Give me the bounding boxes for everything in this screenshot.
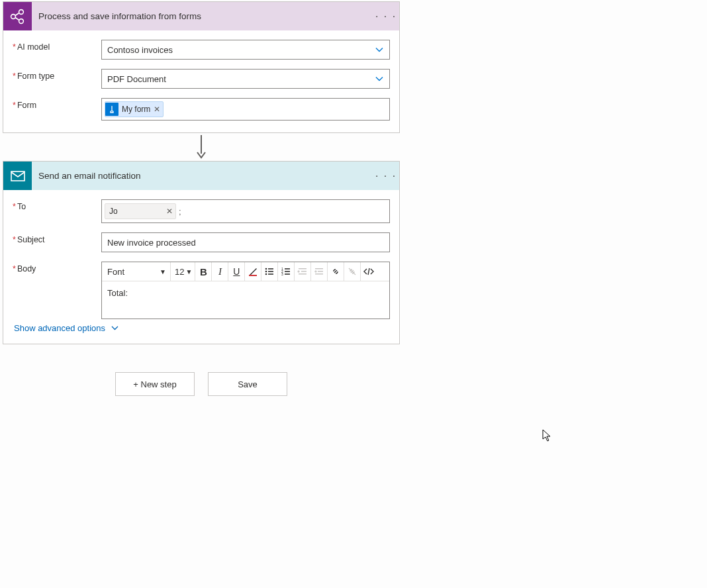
form-type-value: PDF Document bbox=[107, 74, 166, 84]
flow-connector bbox=[3, 133, 400, 161]
chevron-down-icon bbox=[111, 324, 119, 332]
svg-rect-15 bbox=[285, 268, 290, 270]
svg-rect-20 bbox=[299, 268, 306, 270]
ai-model-value: Contoso invoices bbox=[107, 45, 173, 55]
save-button[interactable]: Save bbox=[208, 372, 287, 396]
svg-rect-17 bbox=[285, 271, 290, 272]
svg-rect-22 bbox=[299, 273, 306, 275]
rte-toolbar: Font▼ 12▼ B I U bbox=[102, 262, 389, 281]
svg-rect-25 bbox=[315, 273, 323, 275]
svg-point-12 bbox=[265, 273, 267, 275]
form-input[interactable]: My form ✕ bbox=[101, 98, 390, 121]
chevron-down-icon bbox=[375, 45, 384, 54]
card-title: Process and save information from forms bbox=[32, 11, 373, 21]
body-editor: Font▼ 12▼ B I U bbox=[101, 262, 390, 319]
new-step-button[interactable]: + New step bbox=[115, 372, 195, 396]
svg-rect-21 bbox=[301, 271, 306, 272]
rte-bullets-button[interactable] bbox=[261, 262, 278, 281]
form-type-select[interactable]: PDF Document bbox=[101, 69, 390, 89]
footer-buttons: + New step Save bbox=[3, 372, 400, 396]
svg-rect-7 bbox=[249, 275, 257, 276]
rte-size-select[interactable]: 12▼ bbox=[171, 262, 195, 281]
svg-rect-6 bbox=[11, 172, 24, 181]
body-textarea[interactable]: Total: bbox=[102, 281, 389, 318]
svg-point-10 bbox=[265, 271, 267, 273]
label-form: *Form bbox=[13, 98, 101, 110]
svg-rect-23 bbox=[315, 268, 323, 270]
form-token[interactable]: My form ✕ bbox=[105, 101, 164, 117]
rte-outdent-button[interactable] bbox=[295, 262, 311, 281]
rte-font-select[interactable]: Font▼ bbox=[102, 262, 171, 281]
label-ai-model: *AI model bbox=[13, 40, 101, 52]
card-title: Send an email notification bbox=[32, 171, 373, 181]
rte-numbers-button[interactable]: 123 bbox=[278, 262, 295, 281]
svg-rect-13 bbox=[268, 273, 273, 275]
form-token-label: My form bbox=[122, 105, 150, 114]
rte-unlink-button[interactable] bbox=[344, 262, 361, 281]
rte-color-button[interactable] bbox=[245, 262, 261, 281]
card-header-process[interactable]: Process and save information from forms … bbox=[3, 2, 399, 30]
card-menu-button[interactable]: · · · bbox=[373, 11, 399, 23]
rte-bold-button[interactable]: B bbox=[195, 262, 212, 281]
svg-point-8 bbox=[265, 268, 267, 270]
svg-line-4 bbox=[15, 17, 19, 20]
to-token-label: Jo bbox=[109, 207, 118, 216]
to-token[interactable]: Jo ✕ bbox=[105, 203, 176, 219]
card-header-email[interactable]: Send an email notification · · · bbox=[3, 162, 399, 190]
svg-point-0 bbox=[11, 14, 15, 19]
cursor-icon bbox=[542, 429, 553, 442]
show-advanced-link[interactable]: Show advanced options bbox=[3, 323, 119, 344]
svg-text:3: 3 bbox=[281, 272, 283, 276]
to-input[interactable]: Jo ✕ ; bbox=[101, 199, 390, 223]
card-process-forms: Process and save information from forms … bbox=[3, 1, 400, 133]
svg-point-2 bbox=[19, 19, 23, 23]
chevron-down-icon bbox=[375, 74, 384, 83]
subject-input[interactable]: New invoice processed bbox=[101, 232, 390, 252]
to-separator: ; bbox=[179, 207, 181, 217]
label-subject: *Subject bbox=[13, 232, 101, 244]
remove-token-icon[interactable]: ✕ bbox=[154, 105, 160, 114]
touch-icon bbox=[105, 103, 118, 116]
ai-builder-icon bbox=[3, 2, 32, 30]
caret-down-icon: ▼ bbox=[160, 268, 166, 275]
mail-icon bbox=[3, 162, 32, 190]
svg-rect-24 bbox=[318, 271, 323, 272]
rte-code-button[interactable] bbox=[361, 262, 377, 281]
rte-underline-button[interactable]: U bbox=[228, 262, 245, 281]
rte-italic-button[interactable]: I bbox=[212, 262, 228, 281]
label-body: *Body bbox=[13, 262, 101, 273]
svg-rect-11 bbox=[268, 271, 273, 272]
rte-indent-button[interactable] bbox=[311, 262, 328, 281]
rte-link-button[interactable] bbox=[328, 262, 344, 281]
caret-down-icon: ▼ bbox=[185, 268, 192, 275]
subject-value: New invoice processed bbox=[107, 238, 196, 248]
svg-line-3 bbox=[15, 13, 19, 15]
svg-rect-19 bbox=[285, 273, 290, 275]
ai-model-select[interactable]: Contoso invoices bbox=[101, 40, 390, 60]
label-to: *To bbox=[13, 199, 101, 211]
svg-rect-9 bbox=[268, 268, 273, 270]
remove-token-icon[interactable]: ✕ bbox=[166, 207, 173, 216]
svg-point-1 bbox=[19, 9, 23, 14]
card-menu-button[interactable]: · · · bbox=[373, 170, 399, 182]
card-send-email: Send an email notification · · · *To Jo … bbox=[3, 161, 400, 344]
label-form-type: *Form type bbox=[13, 69, 101, 81]
